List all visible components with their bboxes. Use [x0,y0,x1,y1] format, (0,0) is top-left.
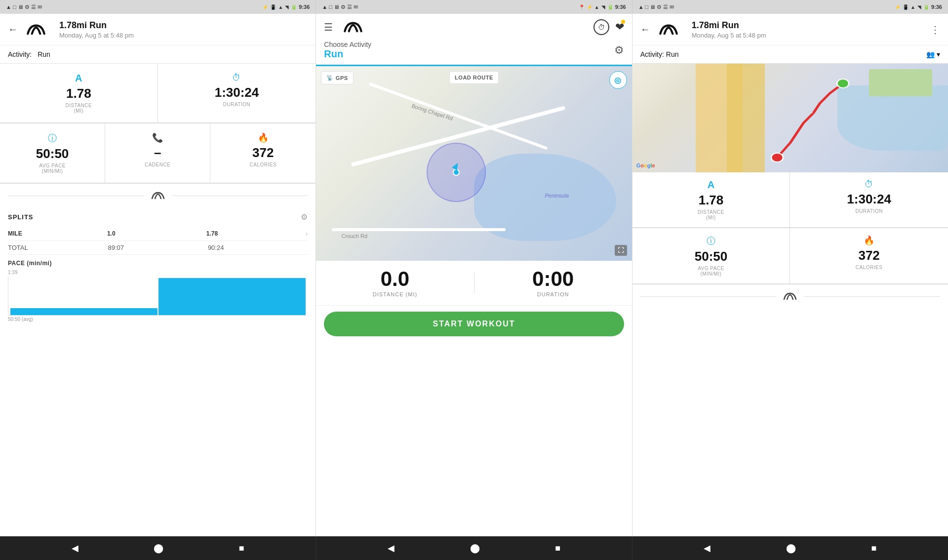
stat-duration: ⏱ 1:30:24 DURATION [158,64,316,123]
home-nav-right[interactable]: ⬤ [782,539,800,558]
settings-icon[interactable]: ⚙ [614,44,624,57]
divider-line-right [172,196,308,196]
splits-total-label: TOTAL [8,244,108,251]
right-pace-icon: ⓘ [707,235,715,247]
bottom-nav-right: ◀ ⬤ ■ [632,536,948,560]
map-container-right: Google [632,64,948,172]
stopwatch-icon[interactable]: ⏱ [593,19,609,35]
back-button-right[interactable]: ← [640,24,650,35]
right-pace-label: AVG PACE(MIN/MI) [698,266,724,277]
back-nav-left[interactable]: ◀ [68,539,82,558]
left-header: ← 1.78mi Run Monday, Aug 5 at 5:48 pm [0,14,316,45]
splits-header: SPLITS ⚙ [0,207,316,227]
pace-icon: ⓘ [48,132,57,144]
left-subtitle: Monday, Aug 5 at 5:48 pm [59,32,308,39]
distance-value: 1.78 [66,86,91,101]
right-stat-duration: ⏱ 1:30:24 DURATION [790,172,948,228]
location-circle [427,143,486,202]
distance-label: DISTANCE(MI) [65,103,92,114]
people-icon[interactable]: 👥 ▾ [926,50,940,58]
route-line-svg [632,64,948,172]
battery-m-icon: 🔋 [607,4,613,10]
load-route-button[interactable]: LOAD ROUTE [449,71,499,84]
pace-axis-labels: 50:50 (avg) [8,316,308,323]
splits-mile-header: MILE [8,230,107,237]
location-button[interactable]: ◎ [609,71,627,89]
ua-divider-right [632,284,948,308]
workout-duration-value: 0:00 [474,269,632,289]
left-lower-stats: ⓘ 50:50 AVG PACE(MIN/MI) 📞 – CADENCE 🔥 3… [0,123,316,184]
bluetooth-r-icon: ⚡ [895,4,901,10]
divider-line-r-left [640,296,777,297]
bottom-nav-middle: ◀ ⬤ ■ [316,536,632,560]
expand-button[interactable]: ⛶ [615,245,627,256]
expand-icon: ⛶ [618,247,624,254]
middle-header-action-icons: ⏱ ❤ [593,19,624,35]
map-bg-middle: Boring Chapel Rd Peninsula Crouch Rd 📡 G… [316,66,632,261]
pace-bar-1 [10,308,158,315]
calories-icon: 🔥 [258,132,269,143]
splits-total-col2: 90:24 [208,244,308,251]
stop-nav-right[interactable]: ■ [867,539,880,558]
start-workout-button[interactable]: START WORKOUT [324,312,624,336]
divider-line-r-right [804,296,940,297]
cadence-label: CADENCE [145,162,170,167]
choose-activity-value[interactable]: Run [324,48,371,60]
panel-left: ← 1.78mi Run Monday, Aug 5 at 5:48 pm Ac… [0,14,316,536]
signal-m-icon: ▲ [594,4,599,10]
home-nav-middle[interactable]: ⬤ [466,539,484,558]
map-bg-right: Google [632,64,948,172]
status-right-icons: ▲ □ 🖥 ⚙ ☰ ✉ [638,4,674,10]
left-top-stats: A 1.78 DISTANCE(MI) ⏱ 1:30:24 DURATION [0,64,316,123]
menu-icon[interactable]: ☰ [324,21,333,33]
right-stat-pace: ⓘ 50:50 AVG PACE(MIN/MI) [632,228,790,284]
notification-dot [621,20,625,24]
back-nav-right[interactable]: ◀ [700,539,714,558]
pace-chart-label: PACE (min/mi) [8,260,308,267]
peninsula-label: Peninsula [545,193,568,199]
workout-duration-label: DURATION [474,291,632,297]
right-stat-distance: A 1.78 DISTANCE(MI) [632,172,790,228]
wifi-r-icon: ◥ [917,4,921,10]
stop-nav-left[interactable]: ■ [235,539,248,558]
gps-label: GPS [336,75,348,81]
workout-duration: 0:00 DURATION [474,269,632,297]
stat-calories: 🔥 372 CALORIES [210,123,316,183]
map-road-diagonal [369,82,548,150]
workout-distance-value: 0.0 [316,269,474,289]
google-watermark: Google [636,162,655,168]
pace-chart [8,276,308,316]
bluetooth-icon: ⚡ [262,4,268,10]
time-right: 9:36 [931,4,942,10]
crosshair-icon: ◎ [614,76,622,85]
stat-distance: A 1.78 DISTANCE(MI) [0,64,158,123]
splits-title: SPLITS [8,213,34,221]
stat-cadence: 📞 – CADENCE [105,123,210,183]
vibrate-icon: 📳 [270,4,276,10]
gps-button[interactable]: 📡 GPS [321,71,353,84]
splits-col1-header: 1.0 [107,230,206,237]
middle-header-top: ☰ ⏱ ❤ [316,14,632,39]
status-middle-icons: ▲ □ 🖥 ⚙ ☰ ✉ [322,4,358,10]
stop-nav-middle[interactable]: ■ [551,539,564,558]
workout-distance-label: DISTANCE (MI) [316,291,474,297]
splits-table: MILE 1.0 1.78 › TOTAL 89:07 90:24 [0,227,316,255]
right-distance-label: DISTANCE(MI) [698,209,724,220]
splits-total-col1: 89:07 [108,244,207,251]
back-nav-middle[interactable]: ◀ [384,539,398,558]
ua-logo-divider-right [781,290,799,302]
heart-container: ❤ [615,21,624,34]
back-button-left[interactable]: ← [8,24,18,35]
ua-divider-left [0,184,316,207]
duration-label: DURATION [223,102,250,107]
splits-gear-icon[interactable]: ⚙ [301,212,308,222]
more-options-icon[interactable]: ⋮ [930,24,940,36]
crouch-road-label: Crouch Rd [341,233,367,239]
home-nav-left[interactable]: ⬤ [150,539,167,558]
right-pace-value: 50:50 [695,249,728,264]
panel-middle: ☰ ⏱ ❤ [316,14,632,536]
location-arrow [452,161,460,170]
ua-logo-divider [149,190,167,201]
right-title-block: 1.78mi Run Monday, Aug 5 at 5:48 pm [686,20,930,39]
left-title-block: 1.78mi Run Monday, Aug 5 at 5:48 pm [53,20,308,39]
